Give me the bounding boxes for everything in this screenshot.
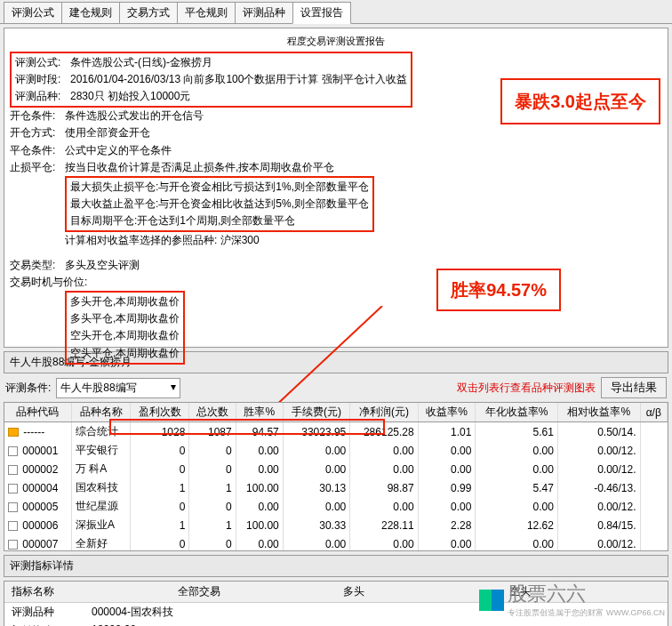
cell: 0.00 (418, 460, 476, 478)
cell: 30.13 (283, 478, 350, 497)
text: 计算相对收益率选择的参照品种: 沪深300 (65, 232, 662, 249)
k: 评测品种 (12, 605, 92, 620)
text: 空头平仓,本周期收盘价 (70, 345, 180, 362)
cell-code: ------ (4, 422, 71, 442)
cell: 1 (189, 516, 236, 534)
report-panel: 程度交易评测设置报告 评测公式:条件选股公式-(日线)-金猴捞月 评测时段:20… (4, 28, 668, 348)
label: 止损平仓: (10, 159, 65, 176)
value: 公式中定义的平仓条件 (65, 142, 662, 159)
cell: 万 科A (71, 460, 130, 478)
wm-sub: 专注股票创造属于您的财富 (508, 608, 604, 617)
cell: 1087 (189, 422, 236, 442)
col-header[interactable]: 手续费(元) (283, 403, 350, 422)
export-button[interactable]: 导出结果 (601, 377, 667, 398)
tab-build[interactable]: 建仓规则 (61, 2, 120, 23)
cell: 286125.28 (350, 422, 418, 442)
cell: 0.99 (418, 478, 476, 497)
cell: 98.87 (350, 478, 418, 497)
cell: 1028 (131, 422, 189, 442)
table-row[interactable]: 000002万 科A000.000.000.000.000.000.00/12. (4, 460, 668, 478)
wm-url: WWW.GP66.CN (606, 608, 665, 617)
col-header[interactable]: 盈利次数 (131, 403, 189, 422)
text: 多头开仓,本周期收盘价 (70, 293, 180, 310)
callout-winrate: 胜率94.57% (436, 269, 561, 311)
cell: 0.00 (350, 460, 418, 478)
cell: 0.00 (350, 441, 418, 460)
table-row[interactable]: 000006深振业A11100.0030.33228.112.2812.620.… (4, 516, 668, 534)
cell-code: 000001 (4, 441, 71, 460)
cond-dropdown[interactable]: 牛人牛股88编写 ▾ (56, 378, 180, 398)
checkbox-icon[interactable] (8, 540, 18, 550)
cell: 深振业A (71, 516, 130, 534)
text: 多头平仓,本周期收盘价 (70, 310, 180, 327)
cell-code: 000005 (4, 497, 71, 516)
col-header[interactable]: α/β (640, 403, 667, 422)
tab-bar: 评测公式 建仓规则 交易方式 平仓规则 评测品种 设置报告 (0, 0, 672, 24)
cell: 0.00 (476, 497, 558, 516)
cell: 0.00 (350, 534, 418, 551)
cell: 1.01 (418, 422, 476, 442)
col-header[interactable]: 总次数 (189, 403, 236, 422)
tab-close[interactable]: 平仓规则 (177, 2, 236, 23)
cell: 平安银行 (71, 441, 130, 460)
tab-formula[interactable]: 评测公式 (4, 2, 62, 23)
condition-row: 评测条件: 牛人牛股88编写 ▾ 双击列表行查看品种评测图表 导出结果 (0, 373, 672, 402)
cell: 0.00 (476, 534, 558, 551)
cell-code: 000006 (4, 516, 71, 534)
cell: 世纪星源 (71, 497, 130, 516)
cell: 0.00/12. (557, 460, 640, 478)
cell: 100.00 (236, 516, 283, 534)
cell: 5.47 (476, 478, 558, 497)
tab-trade[interactable]: 交易方式 (119, 2, 178, 23)
label: 交易类型: (10, 257, 65, 274)
col-header[interactable]: 相对收益率% (557, 403, 640, 422)
cell: 0.00 (236, 534, 283, 551)
highlight-box-3: 多头开仓,本周期收盘价 多头平仓,本周期收盘价 空头开仓,本周期收盘价 空头平仓… (65, 291, 185, 365)
cell: 0.84/15. (557, 516, 640, 534)
table-row[interactable]: 000004国农科技11100.0030.1398.870.995.47-0.4… (4, 478, 668, 497)
col-header[interactable]: 品种名称 (71, 403, 130, 422)
label: 开仓方式: (10, 124, 65, 141)
cell: 0.00/12. (557, 497, 640, 516)
checkbox-icon[interactable] (8, 484, 18, 494)
v: 000004-国农科技 (92, 605, 173, 620)
cell: 30.33 (283, 516, 350, 534)
checkbox-icon[interactable] (8, 502, 18, 512)
callout-crash: 暴跌3.0起点至今 (500, 78, 660, 124)
text: 空头开仓,本周期收盘价 (70, 327, 180, 344)
cell: 0 (189, 441, 236, 460)
tab-variety[interactable]: 评测品种 (235, 2, 293, 23)
checkbox-icon[interactable] (8, 465, 18, 475)
table-row[interactable]: 000005世纪星源000.000.000.000.000.000.00/12. (4, 497, 668, 516)
cell: 0 (131, 497, 189, 516)
label: 评测公式: (15, 54, 70, 71)
col: 多头 (336, 582, 502, 602)
col-header[interactable]: 年化收益率% (476, 403, 558, 422)
table-row[interactable]: 000001平安银行000.000.000.000.000.000.00/12. (4, 441, 668, 460)
checkbox-icon[interactable] (8, 446, 18, 456)
cell: 0 (131, 534, 189, 551)
cell: 0.00 (283, 441, 350, 460)
cell-code: 000004 (4, 478, 71, 497)
text: 目标周期平仓:开仓达到1个周期,则全部数量平仓 (70, 213, 369, 229)
col-header[interactable]: 净利润(元) (350, 403, 418, 422)
col-header[interactable]: 收益率% (418, 403, 476, 422)
checkbox-icon[interactable] (8, 521, 18, 531)
cell: 0.50/14. (557, 422, 640, 442)
highlight-box-2: 最大损失止损平仓:与开仓资金相比亏损达到1%,则全部数量平仓 最大收益止盈平仓:… (65, 176, 374, 233)
cell: 0.00 (418, 497, 476, 516)
text: 最大收益止盈平仓:与开仓资金相比收益达到5%,则全部数量平仓 (70, 196, 369, 213)
hint-link[interactable]: 双击列表行查看品种评测图表 (457, 381, 596, 396)
cell: 0.00 (418, 534, 476, 551)
cell: 0.00 (283, 460, 350, 478)
tab-report[interactable]: 设置报告 (292, 2, 351, 24)
col-header[interactable]: 品种代码 (4, 403, 71, 422)
cell: 0 (189, 497, 236, 516)
cond-value: 牛人牛股88编写 (60, 381, 136, 396)
cell: 94.57 (236, 422, 283, 442)
col-header[interactable]: 胜率% (236, 403, 283, 422)
report-title: 程度交易评测设置报告 (10, 34, 662, 50)
table-row[interactable]: ------综合统计1028108794.5733023.95286125.28… (4, 422, 668, 442)
cell: 12.62 (476, 516, 558, 534)
table-row[interactable]: 000007全新好000.000.000.000.000.000.00/12. (4, 534, 668, 551)
